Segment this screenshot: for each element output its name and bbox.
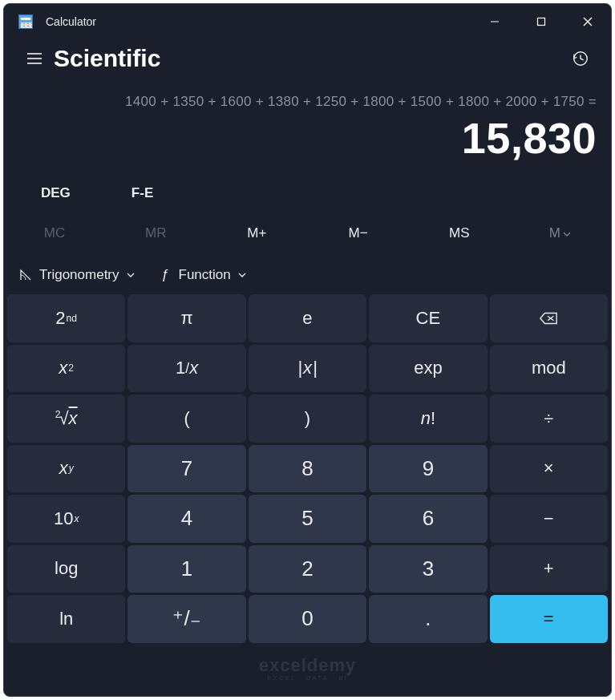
clear-entry-key[interactable]: CE [369,294,487,342]
trigonometry-label: Trigonometry [39,267,119,283]
negate-key[interactable]: ⁺/₋ [127,595,245,643]
chevron-down-icon [126,270,136,280]
history-icon [572,50,589,67]
digit-6-key[interactable]: 6 [369,495,487,543]
e-key[interactable]: e [249,294,366,342]
app-title: Calculator [46,15,96,28]
digit-1-key[interactable]: 1 [127,545,245,593]
abs-key[interactable]: x [249,345,366,393]
memory-recall-button[interactable]: MR [105,217,206,249]
hamburger-menu-button[interactable] [18,42,51,75]
equals-key[interactable]: = [490,595,608,643]
backspace-key[interactable] [490,294,608,342]
rparen-key[interactable]: ) [249,395,366,443]
maximize-button[interactable] [518,4,564,39]
sqrt-key[interactable]: 2√x [7,395,125,443]
digit-9-key[interactable]: 9 [369,445,487,493]
titlebar: Calculator [4,4,611,39]
ln-key[interactable]: ln [7,595,125,643]
second-key[interactable]: 2nd [7,294,125,342]
memory-clear-button[interactable]: MC [4,217,105,249]
decimal-key[interactable]: . [369,595,487,643]
power-key[interactable]: xy [7,445,125,493]
header-row: Scientific [4,39,611,83]
digit-2-key[interactable]: 2 [249,545,366,593]
factorial-key[interactable]: n! [369,395,487,443]
memory-row: MC MR M+ M− MS M [4,211,611,256]
add-key[interactable]: + [490,545,608,593]
maximize-icon [536,17,546,26]
hamburger-icon [26,52,42,65]
mod-key[interactable]: mod [490,345,608,393]
chevron-down-icon [237,270,247,280]
calculator-window: Calculator Scientific 1400 + 1350 + 1600… [3,3,612,697]
function-icon: ƒ [158,267,172,283]
deg-toggle[interactable]: DEG [18,179,93,208]
memory-minus-button[interactable]: M− [307,217,408,249]
multiply-key[interactable]: × [490,445,608,493]
svg-rect-1 [538,18,545,26]
divide-key[interactable]: ÷ [490,395,608,443]
subtract-key[interactable]: − [490,495,608,543]
result-display: 15,830 [4,113,611,174]
window-controls [471,4,611,39]
digit-0-key[interactable]: 0 [249,595,366,643]
mode-title: Scientific [54,45,160,72]
exp-key[interactable]: exp [369,345,487,393]
memory-plus-button[interactable]: M+ [206,217,307,249]
square-key[interactable]: x2 [7,345,125,393]
reciprocal-key[interactable]: 1/x [127,345,245,393]
chevron-down-icon [562,229,572,239]
ten-power-key[interactable]: 10x [7,495,125,543]
memory-store-button[interactable]: MS [409,217,510,249]
close-button[interactable] [564,4,611,39]
log-key[interactable]: log [7,545,125,593]
minimize-icon [490,17,500,26]
calculator-app-icon [18,14,33,29]
expression-display: 1400 + 1350 + 1600 + 1380 + 1250 + 1800 … [4,83,611,113]
backspace-icon [539,311,558,326]
keypad: 2nd π e CE x2 1/x x exp mod 2√x ( ) n! ÷… [4,291,611,696]
lparen-key[interactable]: ( [127,395,245,443]
digit-4-key[interactable]: 4 [127,495,245,543]
close-icon [583,17,593,26]
digit-3-key[interactable]: 3 [369,545,487,593]
history-button[interactable] [564,42,597,75]
angle-icon [18,269,33,281]
fe-toggle[interactable]: F-E [109,179,176,208]
digit-7-key[interactable]: 7 [127,445,245,493]
digit-8-key[interactable]: 8 [249,445,366,493]
digit-5-key[interactable]: 5 [249,495,366,543]
function-dropdown[interactable]: ƒ Function [158,267,247,283]
pi-key[interactable]: π [127,294,245,342]
toggle-row: DEG F-E [4,179,611,208]
trigonometry-dropdown[interactable]: Trigonometry [18,267,136,283]
dropdown-row: Trigonometry ƒ Function [4,256,611,291]
memory-list-button[interactable]: M [510,217,611,249]
minimize-button[interactable] [471,4,518,39]
function-label: Function [179,267,231,283]
